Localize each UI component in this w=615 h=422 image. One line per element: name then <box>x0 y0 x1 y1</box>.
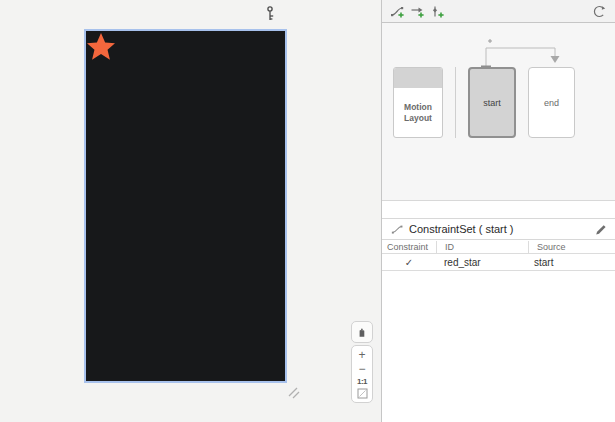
zoom-to-fit-icon[interactable] <box>357 388 368 399</box>
pan-button[interactable] <box>351 321 373 343</box>
row-source-cell: start <box>528 257 615 268</box>
zoom-reset-button[interactable]: 1:1 <box>357 378 367 386</box>
cycle-layout-icon[interactable] <box>592 4 607 19</box>
pencil-icon <box>594 223 607 236</box>
resize-handle-icon[interactable] <box>286 385 300 399</box>
constraintset-table-header: Constraint ID Source <box>382 241 615 254</box>
table-row-red-star[interactable]: ✓ red_star start <box>382 254 615 271</box>
motion-layout-label: Motion Layout <box>394 88 442 137</box>
constraintset-table: Constraint ID Source ✓ red_star start <box>382 241 615 271</box>
edit-constraintset-button[interactable] <box>593 222 607 236</box>
zoom-out-button[interactable]: − <box>358 363 365 375</box>
constraintset-node-end[interactable]: end <box>528 67 575 138</box>
constraintset-end-label: end <box>544 98 559 108</box>
motion-editor-panel: Motion Layout start end ConstraintSet ( … <box>381 0 615 422</box>
zoom-in-button[interactable]: + <box>358 349 365 361</box>
column-header-constraint: Constraint <box>382 242 436 252</box>
constraint-checkmark: ✓ <box>382 257 436 268</box>
overview-divider <box>455 67 456 138</box>
motion-layout-node[interactable]: Motion Layout <box>393 67 443 138</box>
add-constraintset-icon[interactable] <box>390 4 405 19</box>
motion-overview: Motion Layout start end <box>382 23 615 201</box>
constraintset-panel-title: ConstraintSet ( start ) <box>409 223 514 235</box>
motion-editor-toolbar <box>382 0 615 23</box>
design-surface: + − 1:1 <box>0 0 381 422</box>
add-transition-icon[interactable] <box>410 4 425 19</box>
column-header-id: ID <box>436 241 528 253</box>
constraintset-icon <box>391 223 404 236</box>
device-canvas[interactable] <box>84 29 287 383</box>
red-star-component[interactable] <box>84 31 118 63</box>
motion-layout-node-header <box>394 68 442 88</box>
column-header-source: Source <box>528 241 615 253</box>
pan-hand-icon <box>356 326 368 338</box>
constraintset-node-start[interactable]: start <box>468 67 516 138</box>
add-keyframe-icon[interactable] <box>430 4 445 19</box>
key-icon[interactable] <box>263 5 277 23</box>
zoom-controls: + − 1:1 <box>351 345 373 403</box>
row-id-cell: red_star <box>436 257 528 268</box>
constraintset-start-label: start <box>483 98 501 108</box>
constraintset-panel-header: ConstraintSet ( start ) <box>382 218 615 240</box>
